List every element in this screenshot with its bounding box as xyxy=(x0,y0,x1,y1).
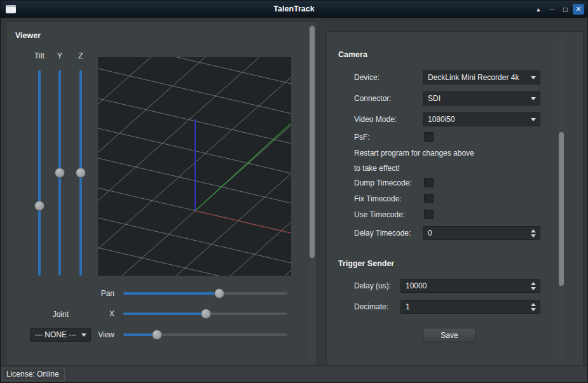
dump-timecode-label: Dump Timecode: xyxy=(354,178,412,187)
titlebar[interactable]: TalenTrack ▲ ─ ▢ ✕ xyxy=(1,1,587,18)
pan-slider[interactable] xyxy=(123,288,287,299)
pan-slider-label: Pan xyxy=(70,289,114,298)
x-slider-fill xyxy=(123,312,206,315)
z-slider-label: Z xyxy=(68,51,93,60)
connector-label: Connector: xyxy=(354,94,392,103)
spinner-buttons xyxy=(530,302,537,311)
x-slider[interactable] xyxy=(123,309,287,319)
z-slider-handle[interactable] xyxy=(76,168,86,178)
z-slider[interactable] xyxy=(76,70,86,276)
maximize-icon[interactable]: ▢ xyxy=(559,4,571,15)
x-slider-handle[interactable] xyxy=(201,309,211,319)
license-status: License: Online xyxy=(2,368,65,381)
video-mode-select-value: 1080i50 xyxy=(428,115,455,124)
psf-label: PsF: xyxy=(354,133,370,142)
viewer-panel: Viewer Tilt Y Z Pan xyxy=(6,22,317,366)
joint-label: Joint xyxy=(31,310,69,319)
spin-down-icon[interactable] xyxy=(530,307,537,311)
viewport-grid xyxy=(98,57,291,276)
settings-scrollbar-thumb[interactable] xyxy=(559,132,564,286)
y-slider-handle[interactable] xyxy=(55,168,65,178)
x-slider-label: X xyxy=(70,309,114,318)
dump-timecode-checkbox[interactable] xyxy=(424,178,434,187)
spinner-buttons xyxy=(530,229,537,238)
delay-timecode-label: Delay Timecode: xyxy=(354,229,411,238)
app-window: TalenTrack ▲ ─ ▢ ✕ Viewer Tilt Y Z xyxy=(0,0,588,383)
window-controls: ▲ ─ ▢ ✕ xyxy=(533,4,584,15)
device-select[interactable]: DeckLink Mini Recorder 4k xyxy=(423,71,540,84)
trigger-sender-group-title: Trigger Sender xyxy=(338,259,394,268)
trigger-delay-spinbox[interactable]: 10000 xyxy=(400,279,540,293)
fix-timecode-checkbox[interactable] xyxy=(424,194,434,203)
save-button[interactable]: Save xyxy=(423,328,476,342)
spin-up-icon[interactable] xyxy=(530,229,537,232)
keep-above-icon[interactable]: ▲ xyxy=(533,4,544,15)
spin-down-icon[interactable] xyxy=(530,286,537,290)
decimate-label: Decimate: xyxy=(354,302,388,311)
pan-slider-handle[interactable] xyxy=(214,288,224,299)
video-mode-select[interactable]: 1080i50 xyxy=(423,112,540,126)
joint-select-value: --- NONE --- xyxy=(35,330,76,339)
spin-down-icon[interactable] xyxy=(530,234,537,238)
chevron-down-icon xyxy=(531,118,536,121)
decimate-value: 1 xyxy=(406,302,410,311)
statusbar: License: Online xyxy=(1,365,587,382)
settings-scrollbar[interactable] xyxy=(558,36,564,361)
spin-up-icon[interactable] xyxy=(530,302,537,306)
tilt-slider-track[interactable] xyxy=(38,70,41,276)
connector-select[interactable]: SDI xyxy=(423,91,540,105)
trigger-delay-value: 10000 xyxy=(406,281,427,290)
trigger-delay-label: Delay (us): xyxy=(354,281,391,290)
joint-select[interactable]: --- NONE --- xyxy=(30,328,91,342)
restart-note-line2: to take effect! xyxy=(354,164,400,173)
use-timecode-label: Use Timecode: xyxy=(354,210,405,219)
y-slider[interactable] xyxy=(55,70,65,276)
chevron-down-icon xyxy=(81,333,86,337)
spinner-buttons xyxy=(530,281,537,290)
viewport-3d[interactable] xyxy=(98,57,291,276)
viewer-group-title: Viewer xyxy=(15,31,41,40)
chevron-down-icon xyxy=(531,97,536,100)
use-timecode-checkbox[interactable] xyxy=(424,210,434,219)
device-label: Device: xyxy=(354,73,379,82)
main-area: Viewer Tilt Y Z Pan xyxy=(1,18,587,382)
delay-timecode-spinbox[interactable]: 0 xyxy=(423,226,540,240)
tilt-slider-handle[interactable] xyxy=(34,201,44,211)
view-slider[interactable] xyxy=(123,330,287,340)
view-slider-handle[interactable] xyxy=(152,330,162,340)
camera-group-title: Camera xyxy=(338,50,367,59)
viewer-scrollbar[interactable] xyxy=(309,25,315,363)
settings-panel: Camera Device: DeckLink Mini Recorder 4k… xyxy=(326,31,584,366)
chevron-down-icon xyxy=(531,76,536,79)
viewer-scrollbar-thumb[interactable] xyxy=(310,26,315,258)
psf-checkbox[interactable] xyxy=(424,132,434,142)
close-icon[interactable]: ✕ xyxy=(573,4,584,15)
device-select-value: DeckLink Mini Recorder 4k xyxy=(428,73,519,82)
pan-slider-fill xyxy=(123,292,219,295)
window-title: TalenTrack xyxy=(1,4,587,13)
spin-up-icon[interactable] xyxy=(530,281,537,285)
restart-note-line1: Restart program for changes above xyxy=(354,149,474,158)
tilt-slider[interactable] xyxy=(34,70,44,276)
decimate-spinbox[interactable]: 1 xyxy=(400,300,540,314)
fix-timecode-label: Fix Timecode: xyxy=(354,194,402,203)
minimize-icon[interactable]: ─ xyxy=(546,4,557,15)
delay-timecode-value: 0 xyxy=(428,229,432,238)
video-mode-label: Video Mode: xyxy=(354,115,397,124)
connector-select-value: SDI xyxy=(428,94,441,103)
